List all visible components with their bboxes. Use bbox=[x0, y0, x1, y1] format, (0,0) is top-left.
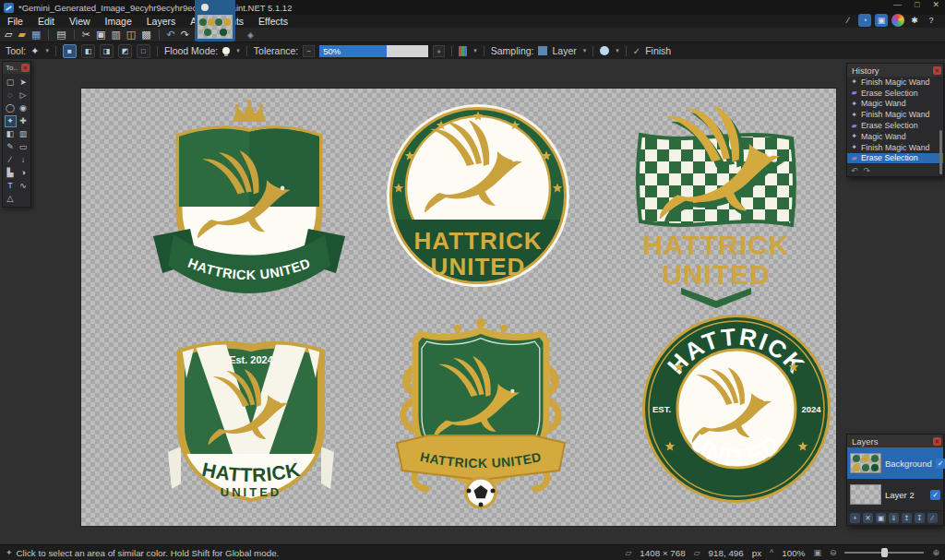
tool-dropdown-caret-icon[interactable]: ▾ bbox=[45, 47, 49, 54]
history-item[interactable]: ✦ Finish Magic Wand bbox=[847, 77, 943, 88]
text-tool-icon[interactable]: T bbox=[5, 180, 17, 192]
tools-palette-close-button[interactable]: ✕ bbox=[21, 64, 30, 72]
settings-icon[interactable]: ✱ bbox=[908, 14, 921, 27]
magic-wand-tool-icon[interactable]: ✦ bbox=[5, 115, 17, 127]
print-icon[interactable]: ▤ bbox=[56, 29, 66, 41]
tools-window-icon[interactable]: ∕ bbox=[842, 14, 855, 27]
new-file-icon[interactable]: ▱ bbox=[5, 29, 12, 41]
shapes-tool-icon[interactable]: △ bbox=[5, 193, 17, 205]
deselect-icon[interactable]: ▩ bbox=[141, 29, 150, 41]
merge-down-button[interactable]: ⇓ bbox=[889, 513, 899, 523]
history-window-icon[interactable]: ◔ bbox=[858, 14, 871, 27]
selection-mode-subtract-button[interactable]: ◨ bbox=[100, 44, 114, 58]
layers-window-icon[interactable]: ▣ bbox=[875, 14, 888, 27]
recolor-tool-icon[interactable]: ◑ bbox=[18, 167, 30, 179]
eraser-tool-icon[interactable]: ▭ bbox=[18, 141, 30, 153]
clone-stamp-tool-icon[interactable]: ▙ bbox=[5, 167, 17, 179]
layer-visible-checkbox[interactable]: ✓ bbox=[936, 459, 945, 469]
tolerance-slider[interactable]: 50% bbox=[319, 45, 428, 57]
sampling-caret-icon[interactable]: ▾ bbox=[583, 47, 587, 54]
paint-bucket-tool-icon[interactable]: ◧ bbox=[5, 128, 17, 140]
move-layer-up-button[interactable]: ↥ bbox=[902, 513, 912, 523]
move-layer-down-button[interactable]: ↧ bbox=[915, 513, 925, 523]
history-redo-icon[interactable]: ↷ bbox=[864, 166, 871, 175]
history-item[interactable]: ✦ Magic Wand bbox=[847, 131, 943, 142]
crop-icon[interactable]: ◫ bbox=[126, 29, 136, 41]
minimize-button[interactable]: — bbox=[893, 0, 902, 9]
finish-button[interactable]: Finish bbox=[645, 45, 671, 56]
undo-icon[interactable]: ↶ bbox=[167, 29, 175, 41]
duplicate-layer-button[interactable]: ▣ bbox=[876, 513, 886, 523]
copy-icon[interactable]: ▣ bbox=[96, 29, 105, 41]
layer-row-layer2[interactable]: Layer 2 ✓ bbox=[847, 479, 943, 510]
selection-mode-add-button[interactable]: ◧ bbox=[81, 44, 95, 58]
save-icon[interactable]: ▦ bbox=[31, 29, 41, 41]
history-item[interactable]: ✦ Magic Wand bbox=[847, 99, 943, 110]
zoom-level-value[interactable]: 100% bbox=[782, 548, 805, 558]
move-selected-pixels-tool-icon[interactable]: ➤ bbox=[18, 77, 30, 89]
zoom-slider-thumb[interactable] bbox=[881, 548, 888, 557]
menu-layers[interactable]: Layers bbox=[139, 15, 184, 28]
paintbrush-tool-icon[interactable]: ✎ bbox=[5, 141, 17, 153]
history-item-selected[interactable]: ▰ Erase Selection bbox=[847, 153, 943, 164]
history-item[interactable]: ▰ Erase Selection bbox=[847, 120, 943, 131]
zoom-out-icon[interactable]: ⊖ bbox=[830, 548, 837, 557]
pencil-tool-icon[interactable]: ∕ bbox=[5, 154, 17, 166]
tolerance-decrease-button[interactable]: − bbox=[303, 45, 315, 57]
units-caret-icon[interactable]: ^ bbox=[770, 548, 773, 557]
colors-window-icon[interactable] bbox=[891, 14, 904, 27]
open-icon[interactable]: ▰ bbox=[18, 29, 25, 41]
layer-properties-button[interactable]: ∕ bbox=[927, 513, 938, 523]
flood-mode-caret-icon[interactable]: ▾ bbox=[236, 47, 240, 54]
selection-mode-invert-button[interactable]: □ bbox=[137, 44, 150, 58]
history-panel-close-button[interactable]: ✕ bbox=[933, 66, 941, 75]
blend-mode-icon[interactable] bbox=[459, 46, 467, 56]
image-canvas[interactable]: HATTRICK UNITED bbox=[81, 89, 836, 526]
menu-image[interactable]: Image bbox=[98, 15, 139, 28]
fit-window-icon[interactable]: ▣ bbox=[813, 548, 821, 557]
sampling-layer-icon[interactable] bbox=[538, 46, 547, 55]
help-icon[interactable]: ? bbox=[925, 14, 938, 27]
maximize-button[interactable]: □ bbox=[915, 0, 919, 9]
layer-row-background[interactable]: Background ✓ bbox=[847, 447, 943, 479]
history-item[interactable]: ✦ Finish Magic Wand bbox=[847, 142, 943, 153]
delete-layer-button[interactable]: ✕ bbox=[863, 513, 873, 523]
layers-panel-close-button[interactable]: ✕ bbox=[933, 437, 941, 446]
layer-visible-checkbox[interactable]: ✓ bbox=[930, 490, 940, 500]
history-item[interactable]: ▰ Erase Selection bbox=[847, 88, 943, 99]
zoom-in-icon[interactable]: ⊕ bbox=[932, 548, 939, 557]
color-picker-tool-icon[interactable]: ↓ bbox=[18, 154, 30, 166]
selection-mode-replace-button[interactable]: ■ bbox=[63, 44, 77, 58]
history-undo-icon[interactable]: ↶ bbox=[851, 166, 858, 175]
tab-close-dot-icon[interactable] bbox=[201, 4, 209, 11]
move-selection-tool-icon[interactable]: ▷ bbox=[18, 89, 30, 101]
active-tool-wand-icon[interactable]: ✦ bbox=[30, 45, 39, 57]
zoom-tool-icon[interactable]: ◉ bbox=[18, 102, 30, 114]
close-button[interactable]: ✕ bbox=[932, 0, 939, 9]
selection-render-caret-icon[interactable]: ▾ bbox=[616, 47, 619, 54]
units-dropdown[interactable]: px bbox=[752, 548, 761, 558]
tolerance-increase-button[interactable]: ＋ bbox=[433, 45, 445, 57]
gradient-tool-icon[interactable]: ▥ bbox=[18, 128, 30, 140]
redo-icon[interactable]: ↷ bbox=[181, 29, 189, 41]
menu-view[interactable]: View bbox=[62, 15, 98, 28]
menu-file[interactable]: File bbox=[0, 15, 30, 28]
lasso-select-tool-icon[interactable]: ◌ bbox=[5, 89, 17, 101]
sampling-value[interactable]: Layer bbox=[552, 45, 576, 56]
line-curve-tool-icon[interactable]: ∿ bbox=[18, 180, 30, 192]
paste-icon[interactable]: ▥ bbox=[111, 29, 120, 41]
add-layer-button[interactable]: + bbox=[850, 513, 860, 523]
history-item[interactable]: ✦ Finish Magic Wand bbox=[847, 109, 943, 120]
cut-icon[interactable]: ✂ bbox=[82, 29, 90, 41]
blend-mode-caret-icon[interactable]: ▾ bbox=[473, 47, 477, 54]
flood-mode-bulb-icon[interactable] bbox=[222, 47, 230, 54]
zoom-slider[interactable] bbox=[844, 552, 924, 554]
selection-render-icon[interactable] bbox=[600, 46, 609, 55]
rectangle-select-tool-icon[interactable]: ▢ bbox=[5, 77, 17, 89]
selection-mode-intersect-button[interactable]: ◩ bbox=[118, 44, 132, 58]
pan-tool-icon[interactable]: ✚ bbox=[18, 115, 30, 127]
history-scrollbar[interactable] bbox=[939, 130, 942, 174]
menu-effects[interactable]: Effects bbox=[251, 15, 295, 28]
open-image-tab[interactable] bbox=[195, 0, 235, 42]
ellipse-select-tool-icon[interactable]: ◯ bbox=[5, 102, 17, 114]
